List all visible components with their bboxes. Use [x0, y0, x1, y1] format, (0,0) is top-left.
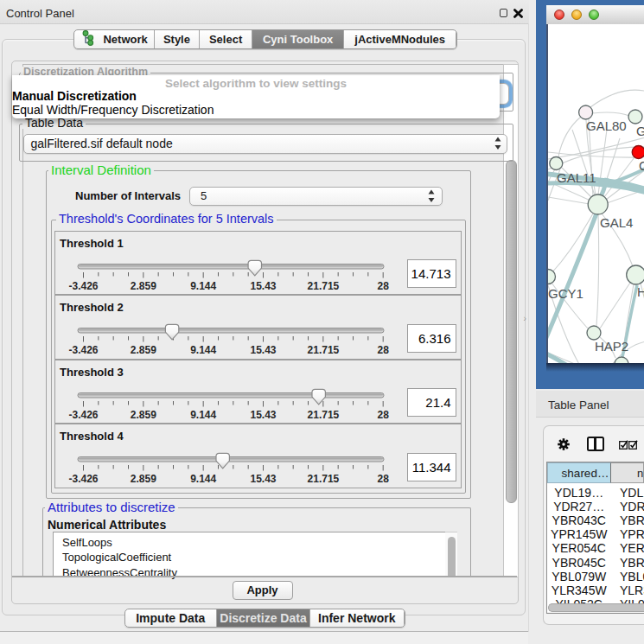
svg-text:HAP2: HAP2 — [595, 339, 628, 354]
svg-text:CDC: CDC — [639, 158, 644, 173]
svg-text:GAL4: GAL4 — [600, 215, 633, 230]
svg-text:GAL11: GAL11 — [557, 170, 596, 185]
svg-text:HIS: HIS — [637, 284, 644, 299]
svg-text:GAL3: GAL3 — [636, 124, 644, 138]
svg-text:GAL80: GAL80 — [586, 118, 627, 133]
svg-text:GCY1: GCY1 — [548, 286, 583, 301]
